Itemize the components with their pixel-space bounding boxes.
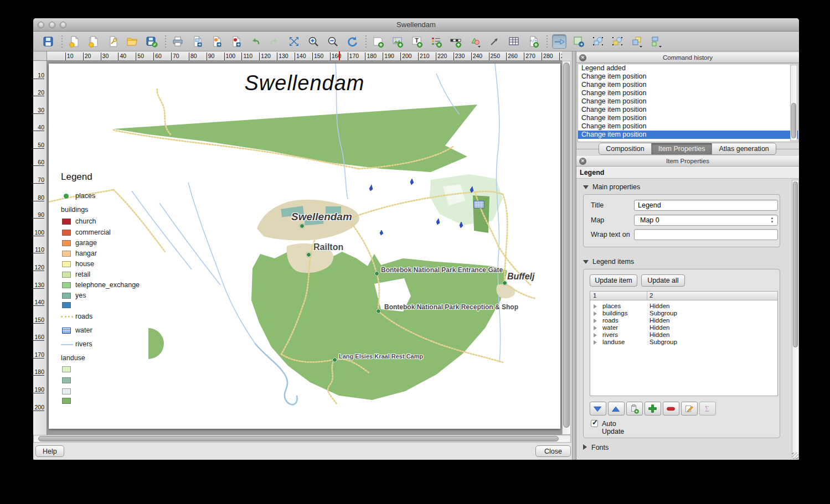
legend-item-row[interactable]: roadsHidden: [590, 317, 777, 324]
zoom-out-icon[interactable]: [326, 34, 340, 49]
ungroup-items-icon[interactable]: [610, 34, 625, 49]
canvas-vertical-scrollbar[interactable]: [562, 61, 571, 435]
select-move-item-icon[interactable]: [552, 34, 566, 49]
new-composition-icon[interactable]: [67, 34, 81, 49]
save-as-icon[interactable]: [145, 34, 159, 49]
composition-page[interactable]: Swellendam Legend placesbuildingschurchc…: [49, 64, 560, 429]
collapse-triangle-icon[interactable]: [583, 260, 589, 264]
titlebar[interactable]: Swellendam: [33, 18, 799, 32]
map-place-dot: [374, 271, 379, 276]
legend-item-row[interactable]: waterHidden: [590, 324, 777, 331]
move-up-icon[interactable]: [608, 402, 625, 415]
history-item[interactable]: Change item position: [578, 106, 798, 114]
map-legend-item[interactable]: Legend placesbuildingschurchcommercialga…: [61, 172, 188, 409]
canvas-vertical-scrollbar-thumb[interactable]: [563, 63, 570, 428]
group-items-icon[interactable]: [591, 34, 605, 49]
hruler-tick: 190: [383, 53, 394, 61]
count-sum-icon[interactable]: Σ: [699, 402, 716, 415]
zoom-in-icon[interactable]: [306, 34, 321, 49]
update-item-button[interactable]: Update item: [590, 274, 637, 287]
redo-icon[interactable]: [267, 34, 282, 49]
dock-splitter[interactable]: [572, 51, 576, 460]
copy-item-icon[interactable]: [626, 402, 643, 415]
vertical-ruler: 1020304050607080901001101201301401501601…: [33, 61, 47, 435]
expand-row-icon[interactable]: [594, 326, 597, 330]
composer-manager-icon[interactable]: [106, 34, 120, 49]
resize-grip[interactable]: [792, 453, 798, 459]
map-label: Bontebok National Park Entrance Gate: [381, 266, 503, 274]
refresh-icon[interactable]: [345, 34, 359, 49]
history-item[interactable]: Legend added: [578, 64, 798, 72]
legend-items-table[interactable]: 1 2 placesHiddenbuildingsSubgrouproadsHi…: [590, 291, 778, 396]
checkbox-icon[interactable]: ✓: [591, 420, 598, 427]
add-scalebar-icon[interactable]: [448, 34, 463, 49]
export-svg-icon[interactable]: [209, 34, 224, 49]
raise-lower-icon[interactable]: [630, 34, 644, 49]
export-pdf-icon[interactable]: [229, 34, 243, 49]
add-item-icon[interactable]: [645, 402, 661, 415]
stepper-icon[interactable]: ▲▼: [769, 216, 775, 225]
close-button[interactable]: Close: [535, 445, 571, 457]
add-image-icon[interactable]: [390, 34, 405, 49]
history-item[interactable]: Change item position: [578, 89, 798, 97]
command-history-list[interactable]: Legend addedChange item positionChange i…: [578, 64, 798, 142]
move-item-content-icon[interactable]: [571, 34, 586, 49]
properties-scrollbar-thumb[interactable]: [793, 181, 798, 347]
align-icon[interactable]: [649, 34, 663, 49]
help-button[interactable]: Help: [35, 445, 64, 457]
add-html-icon[interactable]: </>: [526, 34, 540, 49]
history-scrollbar-thumb[interactable]: [791, 103, 796, 138]
zoom-full-icon[interactable]: [287, 34, 301, 49]
open-icon[interactable]: [125, 34, 140, 49]
history-item[interactable]: Change item position: [578, 72, 798, 81]
properties-scrollbar[interactable]: [792, 180, 799, 459]
canvas-horizontal-scrollbar[interactable]: [33, 435, 571, 443]
history-item[interactable]: Change item position: [578, 122, 798, 131]
command-history-titlebar[interactable]: ✕ Command history: [576, 53, 799, 63]
move-down-icon[interactable]: [590, 402, 606, 415]
expand-triangle-icon[interactable]: [583, 444, 587, 450]
add-arrow-icon[interactable]: [487, 34, 502, 49]
tab-composition[interactable]: Composition: [599, 143, 651, 155]
map-select[interactable]: Map 0 ▲▼: [634, 215, 778, 226]
remove-item-icon[interactable]: [663, 402, 679, 415]
fonts-section[interactable]: Fonts: [583, 444, 609, 453]
history-item[interactable]: Change item position: [578, 97, 798, 106]
add-map-icon[interactable]: [371, 34, 385, 49]
history-item[interactable]: Change item position: [578, 114, 798, 122]
print-icon[interactable]: [171, 34, 185, 49]
item-properties-titlebar[interactable]: ✕ Item Properties: [576, 156, 799, 167]
legend-items-section[interactable]: Legend items: [583, 258, 634, 267]
legend-item-row[interactable]: riversHidden: [590, 331, 777, 339]
expand-row-icon[interactable]: [594, 304, 597, 309]
undo-icon[interactable]: [248, 34, 262, 49]
canvas-horizontal-scrollbar-thumb[interactable]: [38, 436, 559, 441]
tab-atlas-generation[interactable]: Atlas generation: [712, 143, 776, 155]
save-icon[interactable]: [41, 34, 55, 49]
duplicate-composition-icon[interactable]: [86, 34, 101, 49]
composition-canvas[interactable]: Swellendam Legend placesbuildingschurchc…: [47, 61, 562, 435]
history-item[interactable]: Change item position: [578, 131, 798, 139]
tab-item-properties[interactable]: Item Properties: [651, 143, 713, 155]
main-properties-section[interactable]: Main properties: [583, 183, 640, 192]
expand-row-icon[interactable]: [594, 311, 597, 316]
legend-item-row[interactable]: buildingsSubgroup: [590, 310, 777, 317]
legend-item-row[interactable]: placesHidden: [590, 303, 777, 310]
collapse-triangle-icon[interactable]: [583, 185, 589, 189]
legend-item-row[interactable]: landuseSubgroup: [590, 339, 777, 346]
history-scrollbar[interactable]: [790, 65, 797, 141]
expand-row-icon[interactable]: [594, 319, 597, 323]
legend-point-icon: [64, 194, 69, 199]
expand-row-icon[interactable]: [594, 340, 597, 345]
add-legend-icon[interactable]: [429, 34, 444, 49]
wrap-text-input[interactable]: [634, 229, 778, 240]
add-shape-icon[interactable]: [468, 34, 482, 49]
export-image-icon[interactable]: [190, 34, 204, 49]
update-all-button[interactable]: Update all: [641, 274, 685, 287]
edit-item-icon[interactable]: [681, 402, 698, 415]
add-table-icon[interactable]: [507, 34, 521, 49]
expand-row-icon[interactable]: [594, 333, 597, 337]
title-input[interactable]: [634, 200, 778, 211]
history-item[interactable]: Change item position: [578, 81, 798, 89]
add-label-icon[interactable]: T: [410, 34, 424, 49]
